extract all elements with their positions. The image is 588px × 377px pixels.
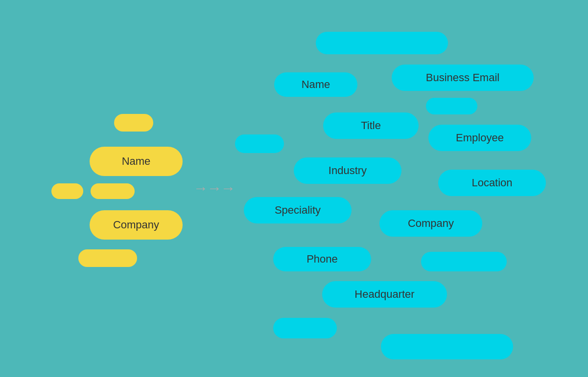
right-speciality-pill: Speciality bbox=[244, 197, 352, 223]
right-employee-pill: Employee bbox=[428, 125, 531, 151]
left-small-top bbox=[114, 114, 153, 132]
right-business-email-label: Business Email bbox=[426, 71, 499, 84]
arrows: →→→ bbox=[193, 180, 235, 197]
right-connector-small bbox=[235, 134, 284, 153]
right-name-pill: Name bbox=[274, 72, 357, 97]
left-name-label: Name bbox=[122, 155, 151, 168]
right-employee-label: Employee bbox=[456, 132, 504, 144]
right-phone-pill: Phone bbox=[273, 247, 371, 271]
right-title-pill: Title bbox=[323, 112, 419, 139]
left-small-bottom bbox=[78, 249, 137, 267]
left-company-label: Company bbox=[113, 219, 159, 231]
right-name-label: Name bbox=[302, 78, 330, 91]
right-location-pill: Location bbox=[438, 170, 546, 196]
right-bottom-long bbox=[381, 334, 513, 359]
right-phone-label: Phone bbox=[306, 253, 338, 266]
right-title-label: Title bbox=[361, 119, 381, 132]
left-name-pill: Name bbox=[90, 147, 183, 176]
right-headquarter-label: Headquarter bbox=[354, 288, 414, 301]
left-small-2 bbox=[91, 183, 135, 199]
right-company-label: Company bbox=[408, 217, 454, 230]
right-headquarter-pill: Headquarter bbox=[322, 281, 447, 308]
right-speciality-label: Speciality bbox=[275, 204, 321, 217]
right-small-phone-right bbox=[421, 252, 507, 271]
left-small-1 bbox=[51, 183, 83, 199]
right-small-bottom-left bbox=[273, 318, 337, 338]
right-company-pill: Company bbox=[379, 210, 482, 237]
left-company-pill: Company bbox=[90, 210, 183, 240]
right-industry-pill: Industry bbox=[294, 157, 401, 184]
right-industry-label: Industry bbox=[329, 164, 367, 177]
right-top-long bbox=[316, 32, 448, 54]
right-location-label: Location bbox=[471, 177, 512, 189]
right-business-email-pill: Business Email bbox=[392, 65, 534, 91]
right-small-under-email bbox=[426, 98, 477, 114]
